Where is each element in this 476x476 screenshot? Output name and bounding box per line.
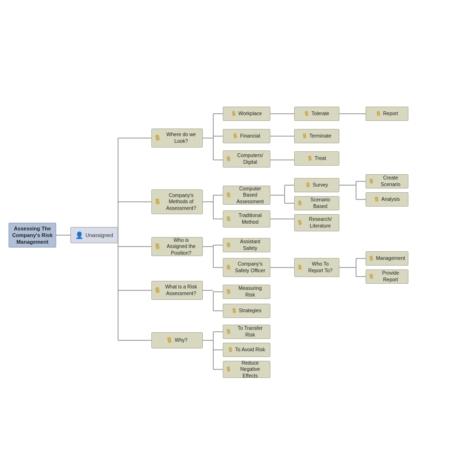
node-analysis-label: Analysis (381, 196, 400, 203)
pencil-icon (298, 265, 303, 270)
svg-rect-66 (227, 217, 230, 221)
node-report-label: Report (383, 110, 398, 117)
pencil-icon (226, 192, 232, 198)
node-terminate-label: Terminate (309, 133, 331, 139)
leaf-safety-officer: Company's Safety Officer (223, 258, 270, 277)
pencil-icon (233, 133, 238, 139)
node-who-report: Who To Report To? (294, 258, 339, 277)
node-treat-label: Treat (315, 155, 326, 162)
pencil-icon (369, 178, 375, 184)
branch-risk-assessment-label: What is a Risk Assessment? (163, 284, 199, 297)
node-research: Research/ Literature (294, 214, 339, 231)
svg-rect-90 (298, 201, 302, 205)
svg-rect-52 (156, 244, 159, 249)
leaf-traditional-label: Traditional Method (233, 212, 267, 225)
svg-rect-56 (168, 337, 171, 343)
root-node: Assessing The Company's Risk Management (9, 223, 56, 248)
pencil-icon (369, 256, 375, 261)
leaf-transfer-risk: To Transfer Risk (223, 325, 270, 339)
pencil-icon (226, 367, 232, 372)
svg-rect-84 (303, 134, 307, 138)
branch-who-assigned-label: Who is Assigned the Position? (163, 237, 199, 257)
svg-rect-58 (232, 111, 236, 116)
pencil-icon (155, 243, 161, 250)
svg-rect-80 (227, 367, 230, 371)
svg-rect-98 (370, 179, 373, 183)
svg-rect-62 (227, 157, 230, 161)
svg-rect-68 (227, 243, 230, 247)
node-terminate: Terminate (294, 129, 339, 143)
node-analysis: Analysis (366, 192, 408, 207)
svg-rect-104 (370, 274, 373, 278)
pencil-icon (226, 265, 232, 270)
pencil-icon (298, 220, 303, 226)
node-survey: Survey (294, 178, 339, 192)
svg-rect-88 (306, 183, 309, 187)
pencil-icon (226, 289, 232, 295)
leaf-assistant-safety-label: Assistant Safety (233, 238, 267, 251)
pencil-icon (307, 156, 313, 161)
leaf-computer-based: Computer Based Assessment (223, 186, 270, 205)
unassigned-node: 👤 Unassigned (70, 227, 118, 243)
svg-rect-48 (156, 135, 159, 140)
leaf-measuring-risk: Measuring Risk (223, 285, 270, 299)
leaf-computers-label: Computers/ Digital (233, 152, 267, 165)
pencil-icon (226, 216, 232, 222)
leaf-safety-officer-label: Company's Safety Officer (233, 261, 267, 274)
leaf-workplace-label: Workplace (238, 110, 262, 117)
pencil-icon (306, 182, 311, 188)
node-provide-report-label: Provide Report (376, 270, 405, 283)
pencil-icon (155, 198, 161, 205)
pencil-icon (231, 111, 237, 117)
root-label: Assessing The Company's Risk Management (12, 225, 53, 246)
leaf-transfer-risk-label: To Transfer Risk (233, 325, 267, 338)
svg-rect-78 (229, 347, 232, 352)
node-treat: Treat (294, 151, 339, 166)
node-research-label: Research/ Literature (305, 216, 336, 229)
pencil-icon (226, 156, 232, 162)
pencil-icon (226, 242, 232, 248)
pencil-icon (155, 287, 161, 294)
leaf-financial: Financial (223, 129, 270, 143)
node-report: Report (366, 107, 408, 121)
node-scenario-based-label: Scenario Based (305, 197, 336, 209)
leaf-financial-label: Financial (240, 133, 260, 139)
person-icon: 👤 (75, 231, 83, 239)
pencil-icon (369, 274, 375, 279)
svg-rect-70 (227, 265, 230, 269)
leaf-strategies: Strategies (223, 304, 270, 318)
svg-rect-86 (308, 156, 312, 160)
leaf-workplace: Workplace (223, 107, 270, 121)
node-tolerate: Tolerate (294, 107, 339, 121)
branch-why: Why? (151, 332, 203, 348)
pencil-icon (167, 337, 173, 344)
node-who-report-label: Who To Report To? (305, 261, 336, 274)
svg-rect-94 (298, 265, 302, 269)
svg-rect-82 (305, 111, 308, 116)
branch-why-label: Why? (175, 337, 188, 344)
branch-who-assigned: Who is Assigned the Position? (151, 237, 203, 256)
pencil-icon (302, 133, 308, 139)
svg-rect-60 (234, 134, 237, 138)
pencil-icon (155, 135, 161, 141)
leaf-measuring-risk-label: Measuring Risk (233, 285, 267, 298)
pencil-icon (298, 200, 303, 206)
leaf-reduce-negative-label: Reduce Negative Effects (233, 360, 267, 379)
pencil-icon (232, 308, 238, 314)
svg-rect-64 (227, 193, 230, 197)
svg-rect-54 (156, 288, 159, 293)
pencil-icon (304, 111, 310, 117)
pencil-icon (228, 347, 234, 353)
leaf-computers: Computers/ Digital (223, 150, 270, 168)
branch-risk-assessment: What is a Risk Assessment? (151, 281, 203, 300)
svg-rect-100 (375, 197, 378, 201)
node-provide-report: Provide Report (366, 269, 408, 284)
svg-rect-76 (227, 329, 230, 334)
branch-methods: Company's Methods of Assessment? (151, 189, 203, 214)
svg-rect-72 (227, 289, 230, 294)
leaf-strategies-label: Strategies (239, 307, 261, 314)
svg-rect-96 (377, 111, 380, 116)
node-management: Management (366, 251, 408, 266)
leaf-traditional: Traditional Method (223, 210, 270, 228)
node-scenario-based: Scenario Based (294, 196, 339, 210)
